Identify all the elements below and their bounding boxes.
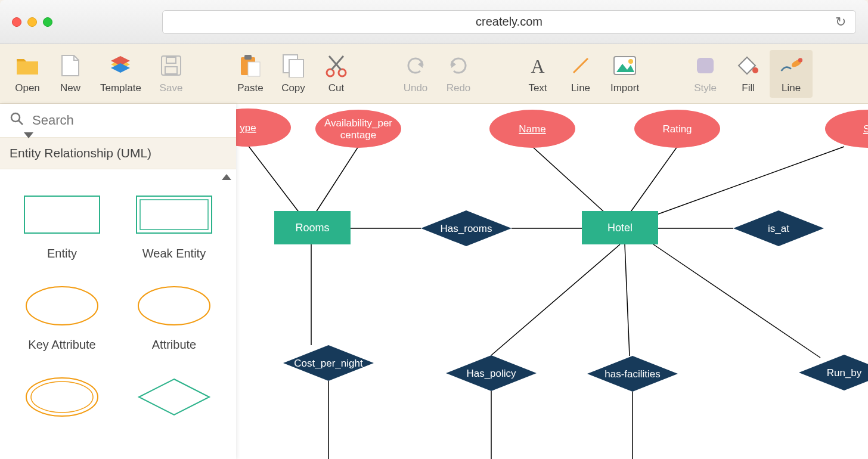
relationship-has_policy[interactable]: Has_policy	[446, 355, 537, 391]
svg-point-25	[798, 58, 802, 62]
palette-header[interactable]: Entity Relationship (UML)	[0, 137, 236, 169]
shape-attribute[interactable]: Attribute	[118, 284, 230, 352]
text-button[interactable]: A Text	[516, 50, 559, 98]
svg-text:centage: centage	[340, 129, 377, 141]
template-button[interactable]: Template	[92, 50, 150, 98]
toolbar-divider	[376, 53, 376, 95]
fill-button[interactable]: Fill	[727, 50, 770, 98]
svg-line-13	[331, 56, 343, 70]
svg-point-12	[339, 69, 346, 76]
entity-rooms[interactable]: Rooms	[274, 211, 351, 244]
paste-icon	[238, 54, 262, 77]
attribute-rating[interactable]: Rating	[634, 110, 720, 148]
svg-rect-7	[244, 55, 252, 60]
shape-label: Key Attribute	[28, 338, 95, 352]
attribute-st[interactable]: St	[825, 110, 868, 148]
shape-entity[interactable]: Entity	[6, 193, 118, 260]
import-label: Import	[610, 82, 639, 94]
redo-button[interactable]: Redo	[437, 50, 480, 98]
line-style-button[interactable]: Line	[770, 50, 813, 98]
style-button[interactable]: Style	[684, 50, 727, 98]
close-window-icon[interactable]	[12, 17, 21, 27]
undo-icon	[404, 54, 427, 77]
dropdown-caret-icon[interactable]	[24, 132, 33, 138]
svg-point-38	[315, 110, 401, 148]
copy-label: Copy	[281, 82, 305, 94]
svg-text:St: St	[863, 123, 868, 135]
style-icon	[693, 54, 717, 77]
diagram-edge[interactable]	[491, 244, 620, 355]
svg-point-34	[31, 382, 93, 413]
diagram-edge[interactable]	[630, 147, 677, 213]
diagram-edge[interactable]	[653, 244, 820, 358]
relationship-is_at[interactable]: is_at	[733, 210, 824, 246]
reload-icon[interactable]: ↻	[835, 14, 846, 30]
maximize-window-icon[interactable]	[43, 17, 52, 27]
svg-line-27	[18, 120, 23, 125]
svg-rect-30	[140, 200, 208, 230]
svg-text:Rooms: Rooms	[295, 222, 329, 234]
relationship-has_facilities[interactable]: has-facilities	[587, 356, 678, 392]
scroll-up-icon[interactable]	[222, 174, 231, 180]
diagram-edge[interactable]	[314, 147, 358, 216]
address-bar[interactable]: creately.com ↻	[162, 10, 856, 34]
cut-button[interactable]: Cut	[315, 50, 358, 98]
svg-point-32	[138, 287, 210, 325]
save-button[interactable]: Save	[150, 50, 193, 98]
attribute-name[interactable]: Name	[489, 110, 575, 148]
shape-derived-attribute[interactable]	[6, 376, 118, 418]
svg-rect-10	[289, 60, 303, 77]
svg-marker-15	[418, 61, 423, 68]
import-button[interactable]: Import	[602, 50, 647, 98]
minimize-window-icon[interactable]	[27, 17, 37, 27]
line-icon	[569, 54, 593, 77]
search-icon[interactable]	[10, 111, 24, 130]
er-diagram[interactable]: ypeAvailability_percentageNameRatingStRo…	[236, 104, 868, 459]
shape-weak-entity[interactable]: Weak Entity	[118, 193, 230, 260]
diagram-edge[interactable]	[653, 147, 844, 216]
search-input[interactable]	[32, 113, 227, 128]
svg-marker-16	[451, 61, 456, 68]
svg-rect-8	[248, 62, 260, 76]
svg-rect-28	[24, 196, 100, 233]
svg-point-31	[26, 287, 98, 325]
attribute-availability[interactable]: Availability_percentage	[315, 110, 401, 148]
template-label: Template	[100, 82, 141, 94]
copy-button[interactable]: Copy	[272, 50, 315, 98]
svg-point-26	[11, 113, 20, 122]
relationship-cost_per_night[interactable]: Cost_per_night	[283, 345, 374, 381]
shape-key-attribute[interactable]: Key Attribute	[6, 284, 118, 352]
shape-relationship[interactable]	[118, 376, 230, 418]
save-icon	[159, 54, 183, 77]
fill-icon	[736, 54, 760, 77]
paste-button[interactable]: Paste	[229, 50, 272, 98]
attribute-type[interactable]: ype	[236, 108, 291, 147]
line-tool-button[interactable]: Line	[559, 50, 602, 98]
svg-text:Availability_per: Availability_per	[324, 117, 392, 129]
svg-line-18	[574, 58, 588, 73]
diagram-canvas[interactable]: ypeAvailability_percentageNameRatingStRo…	[236, 104, 868, 459]
relationship-run_by[interactable]: Run_by	[799, 355, 868, 390]
line-style-label: Line	[782, 82, 801, 94]
palette-body: Entity Weak Entity Key Attribute Attribu…	[0, 169, 236, 459]
diagram-edge[interactable]	[532, 147, 606, 213]
diagram-edge[interactable]	[625, 244, 630, 356]
entity-hotel[interactable]: Hotel	[582, 211, 658, 244]
svg-text:Name: Name	[519, 123, 545, 135]
shape-label: Entity	[47, 247, 77, 260]
relationship-has_rooms[interactable]: Has_rooms	[421, 210, 512, 246]
window-controls	[12, 17, 52, 27]
diagram-edge[interactable]	[248, 145, 302, 216]
open-button[interactable]: Open	[6, 50, 49, 98]
new-button[interactable]: New	[49, 50, 92, 98]
undo-button[interactable]: Undo	[394, 50, 437, 98]
undo-label: Undo	[404, 82, 428, 94]
svg-marker-35	[139, 379, 209, 415]
svg-rect-3	[162, 56, 181, 75]
svg-point-21	[628, 59, 633, 64]
new-label: New	[60, 82, 80, 94]
save-label: Save	[160, 82, 183, 94]
folder-icon	[16, 54, 39, 77]
svg-rect-22	[697, 58, 714, 73]
svg-rect-29	[137, 196, 212, 233]
